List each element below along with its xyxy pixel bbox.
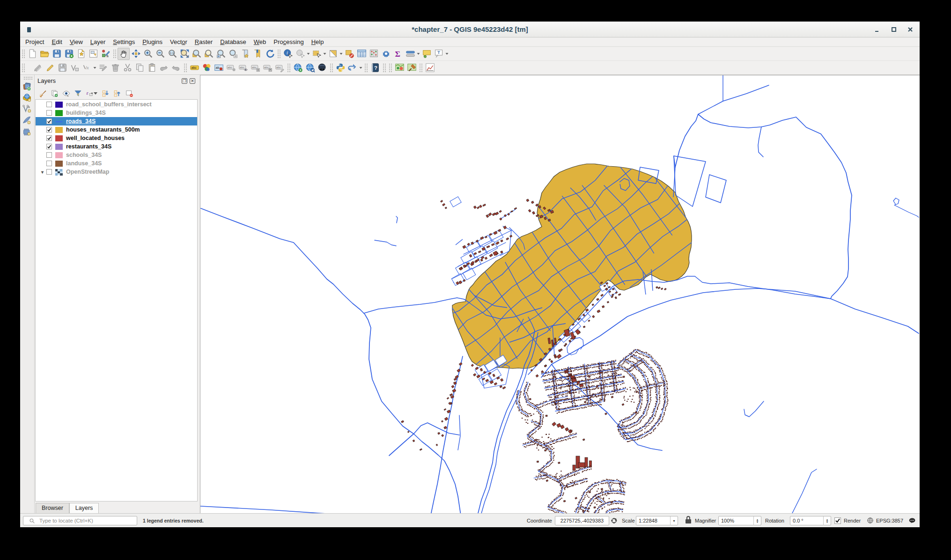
svg-text:abc: abc (191, 66, 197, 69)
svg-text:?: ? (374, 65, 377, 71)
svg-text:Σ: Σ (395, 49, 400, 59)
svg-text:/x: /x (85, 66, 88, 70)
svg-text:ab: ab (215, 66, 219, 69)
svg-text:ε: ε (86, 90, 88, 96)
svg-text:i: i (287, 50, 288, 55)
svg-text:1:1: 1:1 (170, 51, 174, 54)
svg-text:T: T (437, 50, 440, 55)
svg-text:abc: abc (228, 66, 232, 69)
svg-text:abc: abc (276, 66, 281, 69)
svg-text:abc: abc (252, 66, 257, 69)
svg-text:abc: abc (264, 66, 269, 69)
svg-text:abc: abc (240, 66, 244, 69)
svg-text:a: a (106, 54, 109, 58)
